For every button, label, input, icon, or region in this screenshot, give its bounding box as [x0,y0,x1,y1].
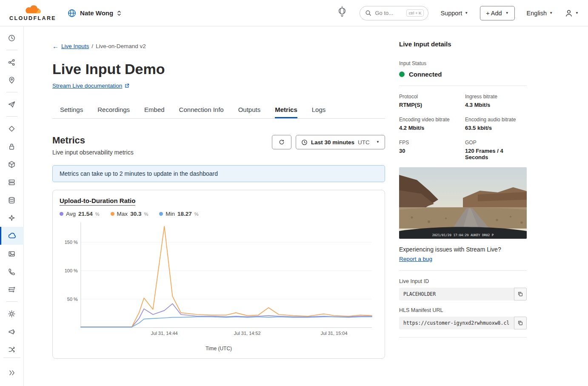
language-label: English [527,10,547,17]
paper-plane-icon [8,100,16,109]
global-search[interactable]: ctrl + K [360,6,428,20]
breadcrumb: ← Live Inputs / Live-on-Demand v2 [52,43,385,50]
stat-label: FPS [399,140,461,146]
search-icon [365,10,371,16]
refresh-icon [278,139,285,146]
sidebar-item-servers[interactable] [0,173,24,191]
share-nodes-icon [8,58,16,66]
add-label: + Add [486,10,502,17]
sidebar-item-labels[interactable] [0,120,24,137]
chevron-updown-icon [117,9,122,17]
issue-text: Experiencing issues with Stream Live? [399,246,527,253]
support-menu[interactable]: Support ▼ [440,10,468,17]
tab-settings[interactable]: Settings [60,101,83,118]
stream-docs-link[interactable]: Stream Live documentation [52,83,130,89]
collapse-sidebar-button[interactable] [0,364,24,382]
report-bug-link[interactable]: Report a bug [399,256,432,262]
sidebar-item-images[interactable] [0,245,24,263]
support-label: Support [440,10,462,17]
copy-live-input-id-button[interactable] [514,288,527,300]
sidebar-item-registrar[interactable] [0,71,24,89]
time-range-select[interactable]: Last 30 minutes UTC ▼ [296,135,385,149]
legend-min-unit: % [194,212,199,217]
breadcrumb-separator: / [91,43,93,49]
tab-outputs[interactable]: Outputs [238,101,261,118]
copy-icon [517,320,523,326]
banner-text: Metrics can take up to 2 minutes to upda… [60,170,218,177]
content-column: ← Live Inputs / Live-on-Demand v2 Live I… [52,26,385,359]
divider [399,337,527,337]
sidebar-item-ai[interactable] [0,209,24,227]
lantern-icon [337,6,348,21]
live-input-id-field[interactable] [399,288,514,300]
sidebar-item-security[interactable] [0,137,24,155]
legend-avg-label: Avg [66,211,76,217]
live-input-id-label: Live Input ID [399,278,527,284]
hls-manifest-field[interactable] [399,317,514,329]
sidebar-item-traffic[interactable] [0,280,24,298]
video-preview: 2021/01/20 17:04:29 AUKEY DR02 P [399,167,527,239]
sidebar-item-analytics[interactable] [0,53,24,71]
sidebar-item-database[interactable] [0,191,24,209]
product-sidebar [0,26,24,386]
svg-text:Jul 31, 14:52: Jul 31, 14:52 [234,331,261,336]
legend-min: Min 18.27 % [159,211,198,217]
sidebar-item-zaraz[interactable] [0,323,24,340]
image-icon [8,250,16,258]
svg-text:50 %: 50 % [67,297,78,302]
add-button[interactable]: + Add ▼ [480,6,514,20]
chevron-down-icon: ▼ [465,11,468,15]
legend-max-dot [111,212,114,216]
stat-value: 30 [399,148,461,154]
chevron-down-icon: ▼ [575,11,579,15]
chevron-down-icon: ▼ [549,11,553,15]
divider [399,270,527,271]
package-icon [8,160,16,169]
sidebar-item-notifications[interactable] [0,95,24,113]
video-timestamp-overlay: 2021/01/20 17:04:29 AUKEY DR02 P [432,233,494,237]
stat-value: 4.2 Mbit/s [399,125,461,131]
tab-embed[interactable]: Embed [144,101,165,118]
svg-text:100 %: 100 % [65,268,78,273]
chevron-double-right-icon [8,369,16,377]
sidebar-item-calls[interactable] [0,263,24,280]
external-link-icon [124,83,130,89]
lock-icon [8,143,16,151]
account-switcher[interactable]: Nate Wong [67,9,122,18]
main-area: ← Live Inputs / Live-on-Demand v2 Live I… [24,26,588,386]
tab-connection-info[interactable]: Connection Info [179,101,224,118]
copy-hls-manifest-button[interactable] [514,317,527,329]
stat-value: 120 Frames / 4 Seconds [465,148,527,160]
clock-icon [301,139,308,146]
sidebar-item-time-travel[interactable] [0,29,24,47]
gear-icon [8,310,16,318]
tab-metrics[interactable]: Metrics [275,101,297,118]
details-heading: Live Input details [399,40,527,48]
language-menu[interactable]: English ▼ [527,10,553,17]
tab-bar: Settings Recordings Embed Connection Inf… [52,101,385,119]
sidebar-item-network[interactable] [0,340,24,358]
sidebar-divider [6,92,17,92]
legend-max-value: 30.3 [130,211,141,217]
diamond-icon [8,125,16,133]
top-header: CLOUDFLARE Nate Wong [0,0,588,26]
refresh-button[interactable] [272,135,291,149]
legend-min-label: Min [166,211,175,217]
user-menu[interactable]: ▼ [565,9,579,17]
stat-label: Encoding video bitrate [399,117,461,123]
breadcrumb-live-inputs-link[interactable]: Live Inputs [61,43,89,49]
metrics-info-banner: Metrics can take up to 2 minutes to upda… [52,165,385,182]
server-icon [8,178,16,186]
traffic-lines-icon [8,286,16,294]
sidebar-item-stream[interactable] [0,227,24,245]
sidebar-item-workers[interactable] [0,155,24,173]
tab-logs[interactable]: Logs [312,101,326,118]
legend-min-dot [159,212,163,216]
sidebar-item-settings[interactable] [0,305,24,323]
tab-recordings[interactable]: Recordings [97,101,130,118]
search-input[interactable] [375,10,402,16]
legend-max-unit: % [144,212,148,217]
cloudflare-cloud-icon [23,5,42,15]
time-range-value: Last 30 minutes [311,139,354,146]
cloudflare-logo[interactable]: CLOUDFLARE [9,5,56,21]
